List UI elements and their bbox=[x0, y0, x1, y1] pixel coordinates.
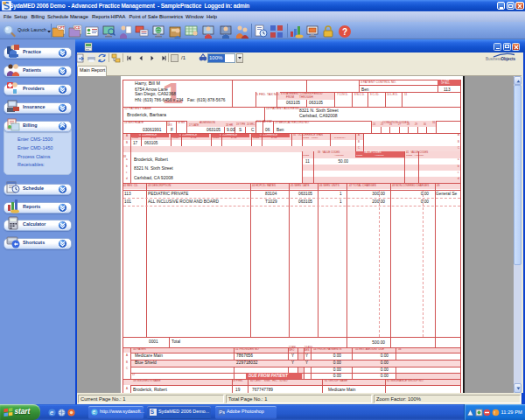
svg-text:CPT: CPT bbox=[58, 25, 66, 30]
svg-text:?: ? bbox=[342, 27, 347, 37]
svg-text:Business: Business bbox=[486, 57, 502, 61]
svg-text:ICD: ICD bbox=[74, 25, 80, 30]
svg-text:e: e bbox=[92, 409, 95, 415]
svg-text:e: e bbox=[50, 409, 53, 416]
svg-text:Ps: Ps bbox=[219, 410, 225, 415]
svg-text:Objects: Objects bbox=[501, 57, 516, 61]
svg-text:S: S bbox=[150, 409, 154, 415]
